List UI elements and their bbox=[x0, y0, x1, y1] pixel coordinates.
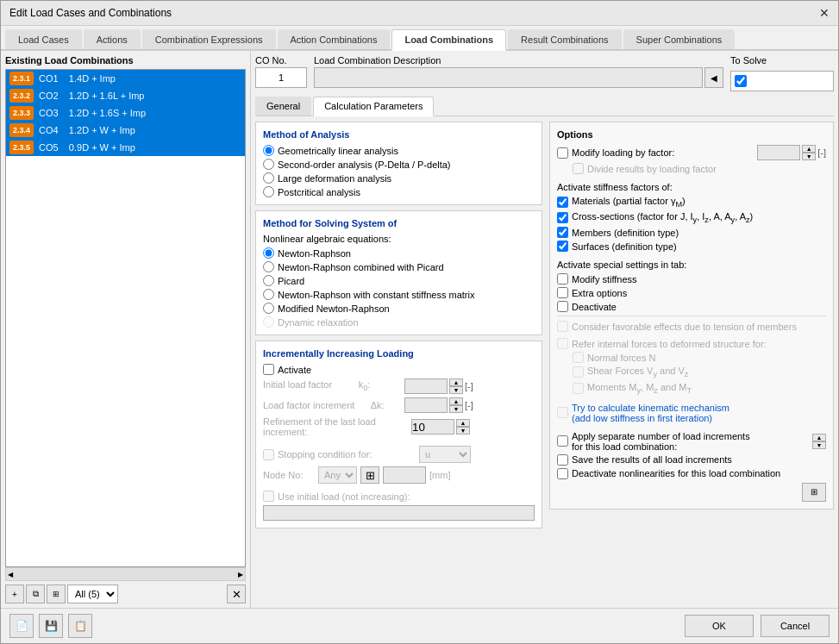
list-item[interactable]: 2.3.5 CO5 0.9D + W + Imp bbox=[6, 139, 245, 156]
refinement-spin[interactable]: ▲ ▼ bbox=[456, 419, 470, 435]
tab-combination-expressions[interactable]: Combination Expressions bbox=[142, 29, 276, 49]
node-input[interactable] bbox=[383, 466, 426, 484]
ok-button[interactable]: OK bbox=[685, 615, 754, 637]
apply-down[interactable]: ▼ bbox=[812, 441, 826, 449]
use-initial-checkbox[interactable] bbox=[263, 491, 274, 502]
shear-forces-checkbox[interactable] bbox=[573, 366, 584, 378]
initial-load-down[interactable]: ▼ bbox=[449, 386, 463, 394]
table-icon-button[interactable]: ⊞ bbox=[802, 483, 826, 502]
stiffness-surfaces-row: Surfaces (definition type) bbox=[557, 241, 826, 252]
unit-label: [mm] bbox=[429, 470, 450, 480]
stopping-checkbox[interactable] bbox=[263, 449, 274, 460]
node-pick-button[interactable]: ⊞ bbox=[360, 466, 379, 484]
radio-large-deform-label: Large deformation analysis bbox=[278, 173, 391, 184]
list-item[interactable]: 2.3.2 CO2 1.2D + 1.6L + Imp bbox=[6, 87, 245, 104]
window-title: Edit Load Cases and Combinations bbox=[9, 7, 172, 19]
tab-super-combinations[interactable]: Super Combinations bbox=[623, 29, 736, 49]
normal-forces-row: Normal forces N bbox=[573, 352, 826, 363]
co-no-input[interactable] bbox=[255, 67, 307, 88]
initial-load-up[interactable]: ▲ bbox=[449, 378, 463, 386]
radio-picard-input[interactable] bbox=[263, 275, 274, 286]
radio-second-order-input[interactable] bbox=[263, 159, 274, 170]
footer-icon-2[interactable]: 💾 bbox=[39, 614, 63, 638]
modify-loading-checkbox[interactable] bbox=[557, 147, 568, 159]
filter-select[interactable]: All (5) bbox=[67, 585, 118, 603]
apply-spin[interactable]: ▲ ▼ bbox=[812, 434, 826, 449]
moments-checkbox[interactable] bbox=[573, 383, 584, 394]
ref-combination-button[interactable]: ⊞ bbox=[47, 585, 66, 603]
load-factor-up[interactable]: ▲ bbox=[449, 397, 463, 405]
radio-nr-const-input[interactable] bbox=[263, 289, 274, 300]
refinement-row: Refinement of the last loadincrement: ▲ … bbox=[263, 416, 535, 437]
scrollbar-h[interactable]: ◀ ▶ bbox=[5, 567, 246, 581]
modify-loading-row: Modify loading by factor: ▲ ▼ [-] bbox=[557, 145, 826, 160]
to-solve-checkbox[interactable] bbox=[735, 75, 747, 87]
add-combination-button[interactable]: + bbox=[5, 585, 24, 603]
scroll-left[interactable]: ◀ bbox=[8, 571, 13, 578]
sub-tab-calc-params[interactable]: Calculation Parameters bbox=[313, 97, 434, 116]
radio-geo-linear-input[interactable] bbox=[263, 145, 274, 156]
node-select[interactable]: Any bbox=[318, 466, 357, 484]
sub-tab-general[interactable]: General bbox=[255, 97, 311, 116]
refinement-input[interactable] bbox=[411, 419, 454, 435]
special-modify-checkbox[interactable] bbox=[557, 273, 568, 284]
radio-large-deform-input[interactable] bbox=[263, 172, 274, 184]
footer-icon-1[interactable]: 📄 bbox=[9, 614, 34, 638]
close-button[interactable]: ✕ bbox=[819, 6, 830, 20]
scroll-right[interactable]: ▶ bbox=[238, 571, 243, 578]
apply-up[interactable]: ▲ bbox=[812, 434, 826, 441]
apply-checkbox[interactable] bbox=[557, 435, 568, 447]
radio-dynamic-relax-input[interactable] bbox=[263, 316, 274, 328]
cancel-button[interactable]: Cancel bbox=[761, 615, 830, 637]
normal-forces-checkbox[interactable] bbox=[573, 352, 584, 363]
consider-checkbox[interactable] bbox=[557, 321, 568, 332]
tab-load-combinations[interactable]: Load Combinations bbox=[391, 29, 506, 51]
stiffness-members-checkbox[interactable] bbox=[557, 227, 568, 238]
radio-postcritical-input[interactable] bbox=[263, 186, 274, 197]
modify-loading-spin[interactable]: ▲ ▼ bbox=[802, 145, 816, 160]
modify-loading-up[interactable]: ▲ bbox=[802, 145, 816, 153]
desc-arrow-button[interactable]: ◀ bbox=[704, 67, 723, 88]
divide-results-checkbox[interactable] bbox=[573, 163, 584, 174]
stiffness-surfaces-checkbox[interactable] bbox=[557, 241, 568, 252]
load-factor-spin[interactable]: ▲ ▼ bbox=[449, 397, 463, 413]
refer-row: Refer internal forces to deformed struct… bbox=[557, 338, 826, 349]
list-item[interactable]: 2.3.3 CO3 1.2D + 1.6S + Imp bbox=[6, 104, 245, 122]
desc-input[interactable] bbox=[314, 67, 703, 88]
radio-modified-nr-input[interactable] bbox=[263, 303, 274, 314]
special-extra-checkbox[interactable] bbox=[557, 287, 568, 298]
modify-loading-down[interactable]: ▼ bbox=[802, 153, 816, 160]
radio-nr-picard-input[interactable] bbox=[263, 261, 274, 272]
tab-load-cases[interactable]: Load Cases bbox=[5, 29, 82, 49]
delete-combination-button[interactable]: ✕ bbox=[227, 585, 246, 603]
radio-nr-picard: Newton-Raphson combined with Picard bbox=[263, 261, 535, 272]
special-deactivate-checkbox[interactable] bbox=[557, 301, 568, 312]
radio-newton-raphson-input[interactable] bbox=[263, 247, 274, 259]
stopping-select[interactable]: u bbox=[419, 446, 471, 463]
list-item[interactable]: 2.3.1 CO1 1.4D + Imp bbox=[6, 70, 245, 87]
refer-checkbox[interactable] bbox=[557, 338, 568, 349]
shear-forces-label: Shear Forces Vy and Vz bbox=[587, 366, 688, 378]
save-results-checkbox[interactable] bbox=[557, 454, 568, 466]
copy-combination-button[interactable]: ⧉ bbox=[26, 585, 45, 603]
load-factor-input[interactable] bbox=[404, 397, 448, 413]
special-extra-row: Extra options bbox=[557, 287, 826, 298]
kinematic-checkbox[interactable] bbox=[557, 407, 568, 418]
footer-icon-3[interactable]: 📋 bbox=[68, 614, 92, 638]
stiffness-cross-sections-checkbox[interactable] bbox=[557, 212, 568, 223]
tab-action-combinations[interactable]: Action Combinations bbox=[278, 29, 391, 49]
initial-load-spin[interactable]: ▲ ▼ bbox=[449, 378, 463, 394]
load-factor-down[interactable]: ▼ bbox=[449, 405, 463, 413]
refinement-down[interactable]: ▼ bbox=[456, 427, 470, 435]
tab-actions[interactable]: Actions bbox=[84, 29, 141, 49]
badge: 2.3.4 bbox=[9, 123, 34, 137]
deactivate-nonlinear-checkbox[interactable] bbox=[557, 468, 568, 479]
stiffness-materials-checkbox[interactable] bbox=[557, 197, 568, 208]
list-item[interactable]: 2.3.4 CO4 1.2D + W + Imp bbox=[6, 122, 245, 139]
tab-result-combinations[interactable]: Result Combinations bbox=[508, 29, 622, 49]
activate-checkbox[interactable] bbox=[263, 364, 274, 375]
modify-loading-input[interactable] bbox=[757, 145, 800, 160]
refinement-up[interactable]: ▲ bbox=[456, 419, 470, 427]
initial-load-input[interactable] bbox=[404, 378, 448, 394]
combination-list[interactable]: 2.3.1 CO1 1.4D + Imp 2.3.2 CO2 1.2D + 1.… bbox=[5, 69, 246, 567]
